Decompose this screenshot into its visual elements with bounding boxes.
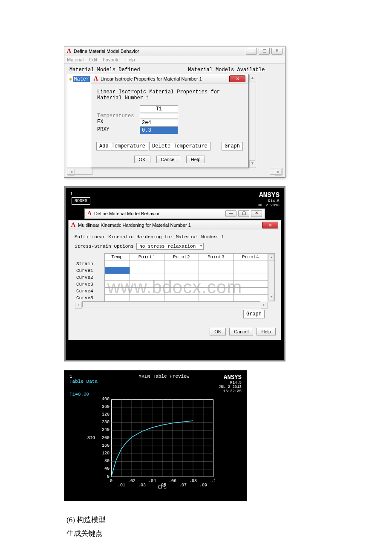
row-temperatures: Temperatures <box>97 113 140 119</box>
doc-line-1: (6) 构造模型 <box>66 513 328 527</box>
tree-item-material[interactable]: Mater <box>73 76 90 82</box>
temp-input[interactable] <box>140 113 178 119</box>
x-tick: .07 <box>178 483 188 488</box>
scroll-up-icon[interactable]: ▴ <box>249 75 255 81</box>
col-point3: Point3 <box>199 254 233 260</box>
close-button[interactable]: ✕ <box>229 75 245 82</box>
add-temperature-button[interactable]: Add Temperature <box>96 142 148 150</box>
inner-window-title: Define Material Model Behavior <box>94 211 225 216</box>
col-temp: Temp <box>104 254 130 260</box>
scroll-left-icon[interactable]: ◂ <box>75 302 82 309</box>
delete-temperature-button[interactable]: Delete Temperature <box>149 142 210 150</box>
lambda-icon: Λ <box>67 48 71 55</box>
field-defined-label: Material Models Defined <box>67 66 185 74</box>
y-tick: 40 <box>97 466 110 471</box>
scroll-down-icon[interactable]: ▾ <box>269 294 274 301</box>
menu-edit[interactable]: Edit <box>89 57 97 62</box>
dialog-heading: Linear Isotropic Material Properties for… <box>97 89 242 101</box>
linear-isotropic-dialog: Λ Linear Isotropic Properties for Materi… <box>91 74 248 168</box>
close-button[interactable]: ✕ <box>271 48 282 55</box>
y-tick: 360 <box>97 405 110 409</box>
menu-help[interactable]: Help <box>125 57 135 62</box>
scroll-down-icon[interactable]: ▾ <box>249 160 255 167</box>
minimize-button[interactable]: — <box>246 48 257 55</box>
doc-line-2: 生成关键点 <box>66 527 328 541</box>
scrollbar-h-left[interactable]: ◂ <box>67 168 92 175</box>
plot-title: MKIN Table Preview <box>129 374 199 397</box>
row-curve2: Curve2 <box>75 274 104 281</box>
ok-button[interactable]: OK <box>210 328 226 335</box>
define-material-window: Λ Define Material Model Behavior — ▢ ✕ M… <box>64 46 285 178</box>
row-curve1: Curve1 <box>75 267 104 274</box>
x-tick: .04 <box>147 479 157 483</box>
x-tick: .09 <box>198 483 208 488</box>
cancel-button[interactable]: Cancel <box>156 156 180 163</box>
ex-input[interactable]: 2e4 <box>140 119 178 127</box>
y-tick: 400 <box>97 397 110 402</box>
help-button[interactable]: Help <box>186 156 205 163</box>
frame-number: 1 <box>69 374 129 379</box>
menu-favorite[interactable]: Favorite <box>103 57 120 62</box>
y-tick: 120 <box>97 451 110 456</box>
ansys-date: JUL 2 2013 <box>199 385 242 389</box>
scrollbar-v[interactable]: ▴ ▾ <box>248 74 256 168</box>
scroll-right-icon[interactable]: ▸ <box>275 169 282 176</box>
ansys-rev: R14.5 <box>257 199 280 203</box>
mkin-preview-plot: 1 Table Data T1=0.00 MKIN Table Preview … <box>64 370 247 501</box>
y-tick: 200 <box>97 436 110 440</box>
stress-strain-label: Stress-Strain Options <box>75 244 134 249</box>
ansys-rev: R14.5 <box>199 381 242 385</box>
prxy-input[interactable]: 0.3 <box>140 127 178 134</box>
close-button[interactable]: ✕ <box>251 210 262 217</box>
row-curve4: Curve4 <box>75 288 104 295</box>
table-data-label: Table Data <box>69 379 129 384</box>
t1-label: T1=0.00 <box>69 392 129 397</box>
col-point2: Point2 <box>164 254 199 260</box>
y-tick: 320 <box>97 412 110 417</box>
y-tick: 80 <box>97 459 110 463</box>
scroll-up-icon[interactable]: ▴ <box>269 254 274 261</box>
mkin-table[interactable]: Temp Point1 Point2 Point3 Point4 Strain … <box>75 253 268 301</box>
scroll-left-icon[interactable]: ◂ <box>68 169 75 176</box>
x-tick: .01 <box>116 483 127 488</box>
window-title: Define Material Model Behavior <box>74 49 246 54</box>
titlebar[interactable]: Λ Define Material Model Behavior — ▢ ✕ <box>64 46 285 56</box>
minimize-button[interactable]: — <box>225 210 236 217</box>
mkin-title: Multilinear Kinematic Hardening for Mate… <box>78 223 262 228</box>
help-button[interactable]: Help <box>257 328 276 335</box>
curve1-temp-input[interactable] <box>104 267 130 274</box>
cancel-button[interactable]: Cancel <box>229 328 253 335</box>
x-tick: 0 <box>106 479 116 483</box>
y-axis-label: SIG <box>87 436 95 440</box>
ok-button[interactable]: OK <box>134 156 150 163</box>
ansys-time: 15:22:35 <box>199 389 242 393</box>
row-curve3: Curve3 <box>75 281 104 288</box>
defined-tree[interactable]: ◈Mater <box>67 74 92 168</box>
graph-button[interactable]: Graph <box>243 310 265 318</box>
define-material-inner-window: Λ Define Material Model Behavior — ▢ ✕ <box>84 208 265 219</box>
graph-button[interactable]: Graph <box>222 142 243 150</box>
ansys-date: JUL 2 2013 <box>257 203 280 208</box>
inner-title: Linear Isotropic Properties for Material… <box>101 76 229 81</box>
lambda-icon: Λ <box>71 222 75 228</box>
row-ex: EX <box>97 119 140 127</box>
close-button[interactable]: ✕ <box>262 222 278 228</box>
scroll-right-icon[interactable]: ▸ <box>261 302 268 309</box>
maximize-button[interactable]: ▢ <box>238 210 249 217</box>
stress-strain-select[interactable]: No stress relaxation <box>136 243 204 250</box>
y-tick: 160 <box>97 443 110 448</box>
x-tick: .08 <box>188 479 198 483</box>
menu-material[interactable]: Material <box>67 57 84 62</box>
maximize-button[interactable]: ▢ <box>259 48 270 55</box>
folder-icon: ◈ <box>69 76 72 82</box>
plot-svg <box>111 399 213 477</box>
scrollbar-h-right[interactable]: ▸ <box>270 168 282 175</box>
ansys-graphics-window: www.bdocx.com 1 NODES ANSYS R14.5 JUL 2 … <box>64 186 285 361</box>
y-tick: 240 <box>97 428 110 432</box>
row-prxy: PRXY <box>97 127 140 134</box>
col-t1: T1 <box>140 105 178 113</box>
col-point4: Point4 <box>233 254 268 260</box>
mkin-heading: Multilinear Kinematic Hardening for Mate… <box>75 234 275 240</box>
ansys-logo: ANSYS <box>257 191 280 199</box>
y-tick: 280 <box>97 420 110 425</box>
